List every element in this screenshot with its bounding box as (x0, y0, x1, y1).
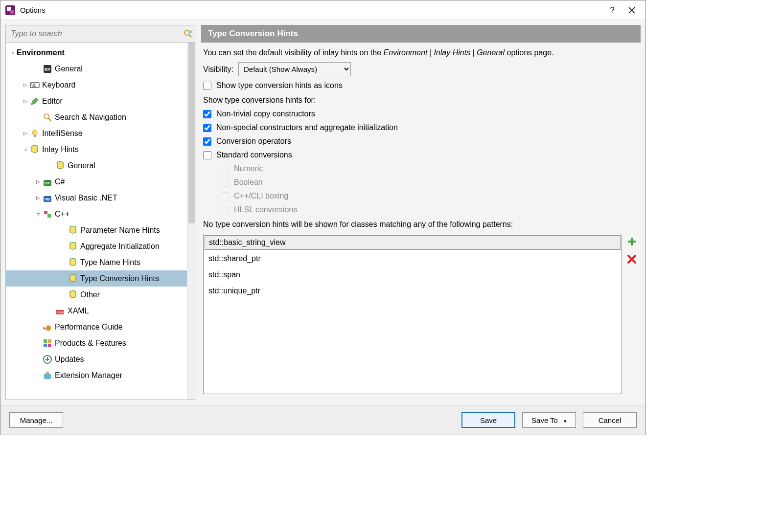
pattern-item[interactable]: std::unique_ptr (204, 283, 622, 299)
svg-rect-30 (44, 374, 51, 379)
node-label: Environment (17, 48, 65, 57)
pattern-item[interactable]: std::span (204, 267, 622, 283)
tree-node[interactable]: Type Conversion Hints (6, 270, 187, 287)
tree-node[interactable]: Other (6, 287, 187, 303)
scroll-thumb[interactable] (188, 43, 195, 223)
save-to-button[interactable]: Save To (522, 412, 576, 428)
close-button[interactable] (622, 3, 642, 18)
bulb-icon (29, 129, 40, 138)
visibility-label: Visibility: (203, 65, 233, 74)
search-input[interactable] (6, 25, 180, 42)
hint-icon (68, 258, 78, 267)
show-for-label: Show type conversions hints for: (203, 96, 638, 105)
node-label: General (68, 161, 95, 170)
pattern-item[interactable]: std::shared_ptr (204, 251, 622, 267)
tree-node[interactable]: XAMLXAML (6, 303, 187, 319)
expander-icon: ▿ (9, 50, 17, 55)
check-option[interactable]: Non-trivial copy constructors (203, 110, 638, 118)
check-option[interactable]: Conversion operators (203, 137, 638, 146)
svg-rect-10 (34, 84, 35, 85)
pattern-item[interactable]: std::basic_string_view (205, 235, 621, 250)
tree-node[interactable]: ▿C++ (6, 206, 187, 222)
tree-node[interactable]: Search & Navigation (6, 109, 187, 125)
tree-node[interactable]: Aggregate Initialization (6, 238, 187, 254)
cs-icon: C# (42, 177, 53, 187)
patterns-list[interactable]: std::basic_string_viewstd::shared_ptrstd… (203, 234, 622, 394)
tree-scrollbar[interactable] (187, 43, 196, 399)
tree-root-environment[interactable]: ▿Environment (6, 44, 187, 61)
expander-icon: ▷ (22, 131, 29, 136)
node-label: Products & Features (55, 339, 126, 348)
tree-node[interactable]: Products & Features (6, 335, 187, 351)
tree-node[interactable]: Updates (6, 351, 187, 367)
tree-node[interactable]: ▷Editor (6, 93, 187, 109)
node-label: XAML (68, 307, 89, 315)
svg-text:R#: R# (45, 67, 50, 72)
svg-point-24 (47, 327, 50, 330)
check-option[interactable]: Non-special constructors and aggregate i… (203, 123, 638, 132)
cancel-button[interactable]: Cancel (583, 412, 637, 428)
tree-node[interactable]: ▷VBVisual Basic .NET (6, 190, 187, 206)
check-option[interactable]: Standard conversions (203, 151, 638, 159)
add-pattern-button[interactable] (626, 236, 638, 247)
tree-node[interactable]: ▷C#C# (6, 174, 187, 190)
sub-check-label: Numeric (234, 164, 263, 173)
check-input[interactable] (203, 124, 211, 132)
sidebar: ▿EnvironmentR#General▷Keyboard▷EditorSea… (5, 25, 196, 400)
update-icon (42, 355, 53, 364)
node-label: Editor (42, 97, 63, 106)
tree-node[interactable]: Extension Manager (6, 367, 187, 383)
svg-rect-19 (44, 211, 47, 214)
tree-node[interactable]: ▿Inlay Hints (6, 141, 187, 157)
manage-button[interactable]: Manage... (9, 412, 63, 428)
sub-check-input (221, 192, 229, 200)
remove-pattern-button[interactable] (626, 253, 638, 265)
svg-rect-14 (34, 135, 36, 137)
tree-node[interactable]: General (6, 157, 187, 174)
tree-node[interactable]: Performance Guide (6, 319, 187, 335)
node-label: Aggregate Initialization (80, 242, 160, 251)
svg-rect-25 (44, 339, 47, 343)
svg-rect-11 (32, 86, 36, 87)
patterns-area: std::basic_string_viewstd::shared_ptrstd… (203, 234, 638, 394)
node-label: Extension Manager (55, 371, 122, 380)
hint-icon (68, 242, 78, 251)
tree-node[interactable]: Type Name Hints (6, 254, 187, 270)
hint-icon (68, 225, 78, 235)
tree-node[interactable]: ▷Keyboard (6, 77, 187, 93)
help-button[interactable]: ? (602, 3, 622, 18)
intro-text: You can set the default visibility of in… (203, 48, 638, 57)
show-as-icons-check[interactable]: Show type conversion hints as icons (203, 81, 638, 90)
svg-rect-7 (30, 83, 39, 88)
grid-icon (42, 338, 53, 348)
check-input[interactable] (203, 151, 211, 159)
sub-check-option: Boolean (221, 178, 638, 187)
cpp-icon (42, 209, 53, 219)
patterns-label: No type conversion hints will be shown f… (203, 220, 638, 229)
options-tree[interactable]: ▿EnvironmentR#General▷Keyboard▷EditorSea… (6, 43, 187, 399)
svg-rect-2 (10, 10, 14, 14)
sub-check-label: HLSL conversions (234, 205, 297, 214)
tree-node[interactable]: ▷IntelliSense (6, 125, 187, 141)
show-as-icons-input[interactable] (203, 82, 211, 90)
sub-check-option: HLSL conversions (221, 205, 638, 214)
visibility-select[interactable]: Default (Show Always) (238, 62, 351, 76)
check-input[interactable] (203, 110, 211, 118)
node-label: Parameter Name Hints (80, 226, 160, 235)
sub-check-option: C++/CLI boxing (221, 192, 638, 200)
sub-checks-group: NumericBooleanC++/CLI boxingHLSL convers… (203, 164, 638, 214)
magnifier-icon (42, 112, 53, 122)
svg-rect-31 (46, 372, 49, 374)
sub-check-input (221, 178, 229, 187)
content-panel: Type Conversion Hints You can set the de… (201, 25, 641, 400)
save-button[interactable]: Save (461, 412, 515, 428)
check-input[interactable] (203, 137, 211, 146)
visibility-row: Visibility: Default (Show Always) (203, 62, 638, 76)
node-label: C# (55, 177, 65, 186)
tree-node[interactable]: Parameter Name Hints (6, 222, 187, 238)
search-icon[interactable] (180, 29, 196, 39)
content-body: You can set the default visibility of in… (201, 43, 641, 400)
content-header: Type Conversion Hints (201, 25, 641, 43)
tree-node[interactable]: R#General (6, 61, 187, 77)
svg-rect-26 (48, 339, 51, 343)
